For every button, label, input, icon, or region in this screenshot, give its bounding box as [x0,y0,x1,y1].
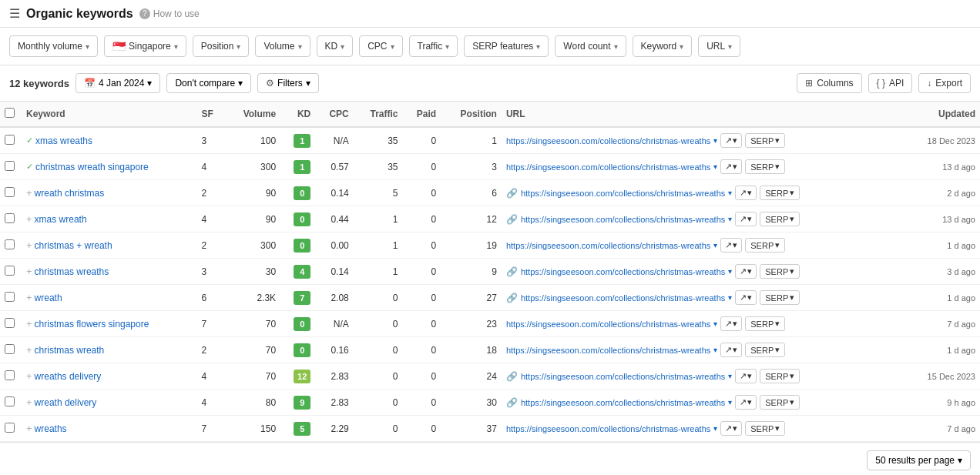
serp-button[interactable]: SERP▾ [745,133,785,148]
serp-button[interactable]: SERP▾ [745,421,785,436]
serp-button[interactable]: SERP▾ [745,238,785,253]
serp-button[interactable]: SERP▾ [760,212,800,226]
url-arrow-icon[interactable]: ▾ [728,267,732,276]
url-arrow-icon[interactable]: ▾ [728,293,732,302]
serp-button[interactable]: SERP▾ [745,159,785,174]
url-link[interactable]: https://singseesoon.com/collections/chri… [521,398,725,407]
col-header-paid[interactable]: Paid [403,102,441,127]
plus-icon[interactable]: + [26,344,32,356]
url-link[interactable]: https://singseesoon.com/collections/chri… [521,293,725,303]
keyword-link[interactable]: christmas flowers singapore [35,319,149,329]
serp-button[interactable]: SERP▾ [760,290,800,305]
url-link[interactable]: https://singseesoon.com/collections/chri… [506,241,710,250]
url-arrow-icon[interactable]: ▾ [713,136,717,145]
hamburger-icon[interactable]: ☰ [9,6,20,21]
trend-button[interactable]: ↗▾ [720,238,742,253]
keyword-link[interactable]: xmas wreath [35,214,87,225]
keyword-link[interactable]: wreath delivery [35,397,97,408]
keyword-link[interactable]: wreaths [35,423,67,434]
url-link[interactable]: https://singseesoon.com/collections/chri… [521,372,725,381]
row-checkbox[interactable] [5,318,15,328]
row-checkbox[interactable] [5,187,15,197]
url-arrow-icon[interactable]: ▾ [713,319,717,328]
row-checkbox[interactable] [5,370,15,380]
col-header-url[interactable]: URL [502,102,904,127]
select-all-header[interactable] [0,102,22,127]
keyword-link[interactable]: xmas wreaths [35,135,92,146]
trend-button[interactable]: ↗▾ [720,343,742,357]
url-link[interactable]: https://singseesoon.com/collections/chri… [506,162,710,172]
url-arrow-icon[interactable]: ▾ [728,398,732,406]
keyword-link[interactable]: christmas wreaths [35,266,109,277]
col-header-cpc[interactable]: CPC [315,102,354,127]
plus-icon[interactable]: + [26,396,32,408]
plus-icon[interactable]: + [26,187,32,199]
serp-button[interactable]: SERP▾ [760,264,800,279]
serp-button[interactable]: SERP▾ [760,395,800,410]
serp-button[interactable]: SERP▾ [760,186,800,200]
url-link[interactable]: https://singseesoon.com/collections/chri… [506,136,710,146]
trend-button[interactable]: ↗▾ [735,264,757,279]
keyword-link[interactable]: christmas wreath [35,345,105,356]
keyword-link[interactable]: wreath christmas [35,188,105,199]
plus-icon[interactable]: + [26,239,32,251]
url-link[interactable]: https://singseesoon.com/collections/chri… [506,346,710,355]
per-page-button[interactable]: 50 results per page ▾ [867,450,971,470]
filter-traffic[interactable]: Traffic ▾ [409,35,458,57]
serp-button[interactable]: SERP▾ [760,369,800,383]
filter-cpc[interactable]: CPC ▾ [359,35,402,57]
url-link[interactable]: https://singseesoon.com/collections/chri… [506,319,710,329]
plus-icon[interactable]: + [26,423,32,434]
filter-volume[interactable]: Volume ▾ [255,35,310,57]
how-to-use-link[interactable]: How to use [139,8,200,19]
filter-url[interactable]: URL ▾ [698,35,740,57]
keyword-link[interactable]: christmas wreath singapore [35,162,149,172]
col-header-traffic[interactable]: Traffic [354,102,403,127]
url-link[interactable]: https://singseesoon.com/collections/chri… [521,189,725,198]
row-checkbox[interactable] [5,423,15,433]
row-checkbox[interactable] [5,213,15,223]
col-header-sf[interactable]: SF [196,102,224,127]
trend-button[interactable]: ↗▾ [720,159,742,174]
url-arrow-icon[interactable]: ▾ [728,189,732,197]
trend-button[interactable]: ↗▾ [720,421,742,436]
url-link[interactable]: https://singseesoon.com/collections/chri… [506,424,710,433]
row-checkbox[interactable] [5,292,15,302]
url-arrow-icon[interactable]: ▾ [713,241,717,249]
url-link[interactable]: https://singseesoon.com/collections/chri… [521,215,725,224]
plus-icon[interactable]: + [26,213,32,225]
filter-word-count[interactable]: Word count ▾ [555,35,626,57]
trend-button[interactable]: ↗▾ [720,133,742,148]
filter-keyword[interactable]: Keyword ▾ [633,35,693,57]
keyword-link[interactable]: wreaths delivery [35,371,102,382]
trend-button[interactable]: ↗▾ [735,212,757,226]
plus-icon[interactable]: + [26,292,32,303]
trend-button[interactable]: ↗▾ [735,290,757,305]
filter-serp-features[interactable]: SERP features ▾ [464,35,549,57]
trend-button[interactable]: ↗▾ [735,186,757,200]
row-checkbox[interactable] [5,344,15,354]
serp-button[interactable]: SERP▾ [745,316,785,331]
filter-monthly-volume[interactable]: Monthly volume ▾ [9,35,98,57]
serp-button[interactable]: SERP▾ [745,343,785,357]
row-checkbox[interactable] [5,161,15,171]
plus-icon[interactable]: + [26,318,32,329]
row-checkbox[interactable] [5,239,15,249]
trend-button[interactable]: ↗▾ [735,369,757,383]
filters-action-button[interactable]: ⚙ Filters ▾ [257,73,319,93]
plus-icon[interactable]: + [26,370,32,382]
row-checkbox[interactable] [5,396,15,406]
trend-button[interactable]: ↗▾ [735,395,757,410]
url-arrow-icon[interactable]: ▾ [713,346,717,354]
compare-button[interactable]: Don't compare ▾ [166,73,251,93]
url-arrow-icon[interactable]: ▾ [713,162,717,171]
filter-position[interactable]: Position ▾ [193,35,250,57]
col-header-position[interactable]: Position [441,102,502,127]
select-all-checkbox[interactable] [5,108,15,118]
col-header-keyword[interactable]: Keyword [22,102,196,127]
row-checkbox[interactable] [5,135,15,145]
keyword-link[interactable]: wreath [35,293,62,303]
columns-button[interactable]: ⊞ Columns [797,73,861,93]
col-header-volume[interactable]: Volume [225,102,280,127]
url-link[interactable]: https://singseesoon.com/collections/chri… [521,267,725,276]
